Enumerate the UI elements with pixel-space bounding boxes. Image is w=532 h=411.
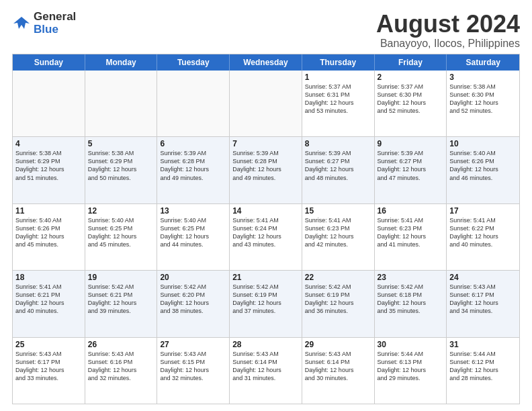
day-info: Sunrise: 5:43 AM Sunset: 6:15 PM Dayligh… [160, 350, 226, 383]
day-info: Sunrise: 5:43 AM Sunset: 6:14 PM Dayligh… [232, 350, 299, 383]
calendar-cell-r1c1: 5Sunrise: 5:38 AM Sunset: 6:29 PM Daylig… [85, 137, 158, 203]
day-info: Sunrise: 5:42 AM Sunset: 6:19 PM Dayligh… [305, 283, 371, 316]
day-info: Sunrise: 5:42 AM Sunset: 6:21 PM Dayligh… [88, 283, 154, 316]
day-number: 14 [232, 206, 299, 216]
calendar-cell-r2c5: 16Sunrise: 5:41 AM Sunset: 6:23 PM Dayli… [375, 204, 447, 270]
day-info: Sunrise: 5:37 AM Sunset: 6:31 PM Dayligh… [305, 83, 371, 116]
day-number: 18 [15, 273, 82, 282]
calendar-cell-r4c1: 26Sunrise: 5:43 AM Sunset: 6:16 PM Dayli… [85, 338, 158, 404]
svg-marker-0 [13, 17, 30, 29]
calendar-header: Sunday Monday Tuesday Wednesday Thursday… [13, 54, 519, 71]
calendar-row-2: 4Sunrise: 5:38 AM Sunset: 6:29 PM Daylig… [13, 137, 519, 203]
calendar-row-5: 25Sunrise: 5:43 AM Sunset: 6:17 PM Dayli… [13, 338, 519, 404]
day-info: Sunrise: 5:40 AM Sunset: 6:26 PM Dayligh… [449, 149, 517, 182]
calendar-cell-r0c5: 2Sunrise: 5:37 AM Sunset: 6:30 PM Daylig… [375, 71, 447, 136]
calendar-cell-r1c3: 7Sunrise: 5:39 AM Sunset: 6:28 PM Daylig… [230, 137, 302, 203]
calendar-cell-r0c3 [230, 71, 302, 136]
calendar-cell-r4c2: 27Sunrise: 5:43 AM Sunset: 6:15 PM Dayli… [157, 338, 230, 404]
calendar-cell-r0c6: 3Sunrise: 5:38 AM Sunset: 6:30 PM Daylig… [447, 71, 519, 136]
calendar-cell-r2c4: 15Sunrise: 5:41 AM Sunset: 6:23 PM Dayli… [302, 204, 375, 270]
day-number: 15 [305, 206, 371, 216]
day-number: 11 [15, 206, 82, 216]
calendar-cell-r3c3: 21Sunrise: 5:42 AM Sunset: 6:19 PM Dayli… [230, 271, 302, 336]
day-info: Sunrise: 5:37 AM Sunset: 6:30 PM Dayligh… [378, 83, 444, 116]
header-tuesday: Tuesday [157, 54, 230, 71]
calendar-cell-r1c4: 8Sunrise: 5:39 AM Sunset: 6:27 PM Daylig… [302, 137, 375, 203]
day-number: 5 [88, 139, 154, 148]
day-info: Sunrise: 5:40 AM Sunset: 6:26 PM Dayligh… [15, 216, 82, 249]
calendar-cell-r0c4: 1Sunrise: 5:37 AM Sunset: 6:31 PM Daylig… [302, 71, 375, 136]
title-block: August 2024 Banayoyo, Ilocos, Philippine… [376, 11, 520, 50]
day-info: Sunrise: 5:43 AM Sunset: 6:14 PM Dayligh… [305, 350, 371, 383]
header-thursday: Thursday [302, 54, 375, 71]
calendar-cell-r4c3: 28Sunrise: 5:43 AM Sunset: 6:14 PM Dayli… [230, 338, 302, 404]
header-monday: Monday [85, 54, 158, 71]
day-info: Sunrise: 5:38 AM Sunset: 6:29 PM Dayligh… [88, 149, 154, 182]
header: General Blue August 2024 Banayoyo, Iloco… [12, 11, 520, 50]
calendar: Sunday Monday Tuesday Wednesday Thursday… [12, 54, 520, 404]
day-info: Sunrise: 5:39 AM Sunset: 6:27 PM Dayligh… [305, 149, 371, 182]
calendar-row-1: 1Sunrise: 5:37 AM Sunset: 6:31 PM Daylig… [13, 71, 519, 137]
calendar-cell-r2c0: 11Sunrise: 5:40 AM Sunset: 6:26 PM Dayli… [13, 204, 85, 270]
day-number: 29 [305, 340, 371, 349]
day-info: Sunrise: 5:43 AM Sunset: 6:16 PM Dayligh… [88, 350, 154, 383]
calendar-cell-r1c5: 9Sunrise: 5:39 AM Sunset: 6:27 PM Daylig… [375, 137, 447, 203]
calendar-row-3: 11Sunrise: 5:40 AM Sunset: 6:26 PM Dayli… [13, 204, 519, 271]
day-info: Sunrise: 5:41 AM Sunset: 6:21 PM Dayligh… [15, 283, 82, 316]
day-info: Sunrise: 5:42 AM Sunset: 6:19 PM Dayligh… [232, 283, 299, 316]
day-number: 1 [305, 73, 371, 82]
day-number: 30 [378, 340, 444, 349]
day-info: Sunrise: 5:44 AM Sunset: 6:12 PM Dayligh… [449, 350, 517, 383]
day-number: 10 [449, 139, 517, 148]
day-info: Sunrise: 5:41 AM Sunset: 6:22 PM Dayligh… [449, 216, 517, 249]
day-number: 3 [449, 73, 517, 82]
logo: General Blue [12, 11, 76, 36]
day-number: 16 [378, 206, 444, 216]
day-info: Sunrise: 5:39 AM Sunset: 6:27 PM Dayligh… [378, 149, 444, 182]
day-number: 22 [305, 273, 371, 282]
calendar-cell-r4c5: 30Sunrise: 5:44 AM Sunset: 6:13 PM Dayli… [375, 338, 447, 404]
calendar-cell-r3c5: 23Sunrise: 5:42 AM Sunset: 6:18 PM Dayli… [375, 271, 447, 336]
header-saturday: Saturday [447, 54, 519, 71]
day-info: Sunrise: 5:42 AM Sunset: 6:20 PM Dayligh… [160, 283, 226, 316]
day-info: Sunrise: 5:41 AM Sunset: 6:24 PM Dayligh… [232, 216, 299, 249]
day-number: 23 [378, 273, 444, 282]
day-number: 17 [449, 206, 517, 216]
day-info: Sunrise: 5:44 AM Sunset: 6:13 PM Dayligh… [378, 350, 444, 383]
calendar-cell-r2c2: 13Sunrise: 5:40 AM Sunset: 6:25 PM Dayli… [157, 204, 230, 270]
day-info: Sunrise: 5:40 AM Sunset: 6:25 PM Dayligh… [88, 216, 154, 249]
calendar-cell-r4c0: 25Sunrise: 5:43 AM Sunset: 6:17 PM Dayli… [13, 338, 85, 404]
logo-general: General [34, 11, 76, 24]
day-number: 25 [15, 340, 82, 349]
calendar-cell-r1c2: 6Sunrise: 5:39 AM Sunset: 6:28 PM Daylig… [157, 137, 230, 203]
calendar-cell-r3c2: 20Sunrise: 5:42 AM Sunset: 6:20 PM Dayli… [157, 271, 230, 336]
day-info: Sunrise: 5:43 AM Sunset: 6:17 PM Dayligh… [15, 350, 82, 383]
page: General Blue August 2024 Banayoyo, Iloco… [0, 0, 532, 411]
calendar-cell-r4c4: 29Sunrise: 5:43 AM Sunset: 6:14 PM Dayli… [302, 338, 375, 404]
header-friday: Friday [375, 54, 447, 71]
calendar-cell-r0c0 [13, 71, 85, 136]
day-info: Sunrise: 5:41 AM Sunset: 6:23 PM Dayligh… [378, 216, 444, 249]
header-wednesday: Wednesday [230, 54, 302, 71]
day-number: 13 [160, 206, 226, 216]
calendar-cell-r4c6: 31Sunrise: 5:44 AM Sunset: 6:12 PM Dayli… [447, 338, 519, 404]
calendar-cell-r0c2 [157, 71, 230, 136]
day-number: 7 [232, 139, 299, 148]
day-info: Sunrise: 5:39 AM Sunset: 6:28 PM Dayligh… [160, 149, 226, 182]
calendar-body: 1Sunrise: 5:37 AM Sunset: 6:31 PM Daylig… [13, 71, 519, 404]
page-subtitle: Banayoyo, Ilocos, Philippines [376, 38, 520, 50]
calendar-cell-r1c6: 10Sunrise: 5:40 AM Sunset: 6:26 PM Dayli… [447, 137, 519, 203]
day-number: 26 [88, 340, 154, 349]
day-number: 2 [378, 73, 444, 82]
day-info: Sunrise: 5:39 AM Sunset: 6:28 PM Dayligh… [232, 149, 299, 182]
calendar-cell-r3c4: 22Sunrise: 5:42 AM Sunset: 6:19 PM Dayli… [302, 271, 375, 336]
day-number: 6 [160, 139, 226, 148]
day-info: Sunrise: 5:40 AM Sunset: 6:25 PM Dayligh… [160, 216, 226, 249]
day-number: 27 [160, 340, 226, 349]
day-info: Sunrise: 5:41 AM Sunset: 6:23 PM Dayligh… [305, 216, 371, 249]
day-info: Sunrise: 5:38 AM Sunset: 6:30 PM Dayligh… [449, 83, 517, 116]
calendar-cell-r3c6: 24Sunrise: 5:43 AM Sunset: 6:17 PM Dayli… [447, 271, 519, 336]
day-number: 28 [232, 340, 299, 349]
day-number: 9 [378, 139, 444, 148]
day-number: 19 [88, 273, 154, 282]
